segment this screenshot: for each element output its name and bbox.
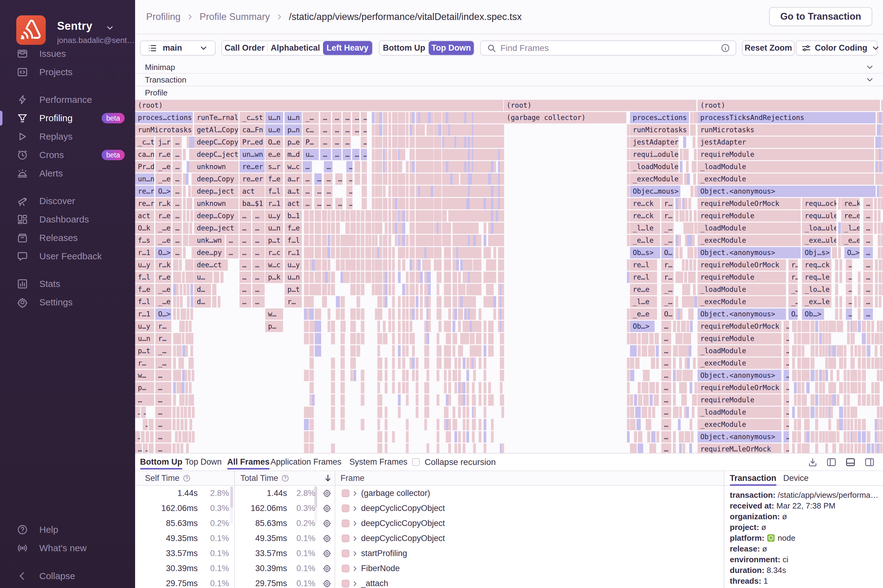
flame-frame[interactable] (406, 210, 408, 222)
flame-frame[interactable] (428, 136, 431, 148)
flame-frame[interactable] (379, 333, 382, 344)
flame-frame[interactable]: … (252, 210, 265, 222)
flame-frame[interactable]: _… (155, 345, 171, 357)
flame-frame[interactable] (502, 186, 504, 197)
flame-frame[interactable]: requireModule (698, 394, 781, 406)
flame-frame[interactable] (502, 444, 504, 453)
flame-frame[interactable] (880, 431, 883, 442)
flame-frame[interactable]: … (303, 186, 312, 197)
flame-frame[interactable] (392, 272, 395, 283)
flame-frame[interactable] (412, 186, 415, 197)
flame-frame[interactable] (627, 149, 630, 160)
flame-frame[interactable] (871, 333, 874, 344)
flame-frame[interactable] (304, 210, 309, 222)
flame-frame[interactable] (327, 235, 330, 246)
flame-frame[interactable]: jestAdapter (630, 136, 679, 148)
flame-frame[interactable] (448, 357, 451, 369)
flame-frame[interactable] (684, 345, 686, 357)
flame-frame[interactable] (458, 357, 461, 369)
flame-frame[interactable] (173, 394, 176, 406)
flame-frame[interactable] (392, 247, 395, 258)
flame-frame[interactable] (388, 247, 391, 258)
flame-frame[interactable] (182, 321, 185, 332)
flame-frame[interactable] (350, 272, 356, 283)
flame-frame[interactable] (362, 173, 367, 185)
flame-frame[interactable] (673, 406, 676, 418)
flame-frame[interactable] (149, 419, 153, 430)
flame-frame[interactable] (399, 235, 402, 246)
flame-frame[interactable] (454, 272, 457, 283)
flame-frame[interactable] (331, 321, 335, 332)
flame-frame[interactable] (491, 333, 494, 344)
flame-frame[interactable] (695, 112, 698, 123)
flame-frame[interactable] (448, 382, 451, 393)
flame-frame[interactable] (685, 431, 688, 442)
flame-frame[interactable] (187, 296, 190, 308)
flame-frame[interactable] (392, 370, 395, 381)
flame-frame[interactable] (673, 321, 676, 332)
flame-frame[interactable] (825, 333, 828, 344)
flame-frame[interactable] (315, 308, 321, 320)
flame-frame[interactable]: … (846, 308, 852, 320)
flame-frame[interactable] (836, 394, 839, 406)
flame-frame[interactable] (627, 198, 630, 209)
flame-frame[interactable] (656, 382, 659, 393)
tab-top-down[interactable]: Top Down (185, 454, 222, 471)
gear-icon[interactable] (322, 534, 332, 543)
flame-frame[interactable] (693, 173, 696, 185)
flame-frame[interactable] (416, 382, 419, 393)
flame-frame[interactable] (437, 394, 439, 406)
chevron-right-icon[interactable] (351, 550, 359, 557)
flame-frame[interactable]: re…ck (630, 198, 660, 209)
chevron-right-icon[interactable] (351, 580, 359, 587)
flame-frame[interactable] (875, 284, 878, 295)
flame-frame[interactable]: r…e (155, 210, 171, 222)
flame-frame[interactable] (185, 394, 188, 406)
flame-frame[interactable]: r…1 (135, 247, 154, 258)
flame-frame[interactable] (431, 222, 434, 234)
flame-frame[interactable] (847, 333, 850, 344)
flame-frame[interactable] (341, 210, 345, 222)
flame-frame[interactable]: ca…Fn (239, 124, 265, 136)
flame-frame[interactable] (368, 235, 371, 246)
flame-frame[interactable] (372, 272, 375, 283)
flame-frame[interactable] (825, 321, 828, 332)
flame-frame[interactable] (648, 406, 651, 418)
flame-frame[interactable] (377, 345, 380, 357)
flame-frame[interactable] (188, 260, 191, 271)
sidebar-item-stats[interactable]: Stats (0, 274, 135, 293)
flame-frame[interactable]: requireModule (698, 333, 781, 344)
gear-icon[interactable] (322, 504, 332, 513)
flame-frame[interactable] (185, 235, 188, 246)
flame-frame[interactable] (676, 296, 678, 308)
flame-frame[interactable]: f…e (135, 284, 154, 295)
flame-frame[interactable] (406, 198, 408, 209)
flame-frame[interactable] (835, 284, 838, 295)
flame-frame[interactable] (627, 235, 630, 246)
flame-frame[interactable] (476, 112, 479, 123)
flame-frame[interactable] (825, 406, 828, 418)
chevron-right-icon[interactable] (351, 520, 359, 527)
flame-frame[interactable] (825, 370, 828, 381)
sidebar-item-help[interactable]: Help (0, 520, 135, 539)
sidebar-item-discover[interactable]: Discover (0, 192, 135, 210)
tab-application-frames[interactable]: Application Frames (270, 454, 341, 471)
flame-frame[interactable] (406, 444, 408, 453)
chevron-right-icon[interactable] (351, 535, 359, 542)
flame-frame[interactable] (847, 382, 850, 393)
flame-frame[interactable] (682, 260, 685, 271)
flame-frame[interactable] (835, 308, 838, 320)
flame-frame[interactable] (385, 357, 387, 369)
flame-frame[interactable] (431, 173, 434, 185)
view-alphabetical[interactable]: Alphabetical (268, 41, 323, 55)
flame-frame[interactable]: a…t (285, 186, 302, 197)
flame-frame[interactable] (473, 210, 476, 222)
flame-frame[interactable] (835, 272, 838, 283)
flame-frame[interactable] (792, 357, 795, 369)
flame-frame[interactable] (395, 136, 398, 148)
flame-frame[interactable] (491, 394, 494, 406)
flame-frame[interactable] (502, 112, 504, 123)
flame-frame[interactable] (192, 186, 194, 197)
flame-frame[interactable] (341, 394, 345, 406)
flame-frame[interactable] (691, 222, 694, 234)
